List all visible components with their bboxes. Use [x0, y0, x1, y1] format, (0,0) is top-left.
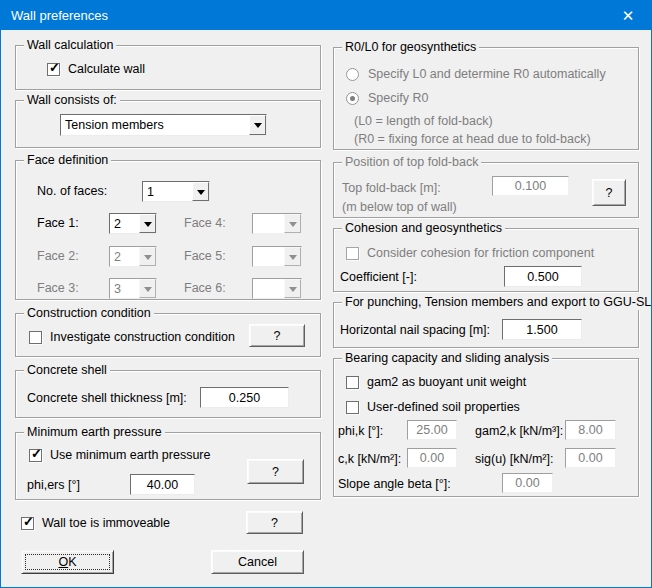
- close-button[interactable]: ✕: [605, 1, 651, 30]
- dropdown-button[interactable]: [192, 182, 209, 201]
- dropdown-button: [139, 279, 156, 298]
- radio-label: Specify L0 and determine R0 automaticall…: [368, 67, 606, 81]
- face-1-label: Face 1:: [37, 216, 79, 230]
- nail-spacing-input[interactable]: 1.500: [502, 319, 582, 340]
- face-3-select: 3: [109, 278, 157, 299]
- face-6-label: Face 6:: [184, 281, 226, 295]
- group-title: Construction condition: [24, 306, 154, 321]
- dropdown-button[interactable]: [249, 115, 266, 135]
- calculate-wall-checkbox[interactable]: ✓ Calculate wall: [47, 62, 145, 76]
- checkbox-box: ✓: [47, 63, 60, 76]
- fold-back-note: (m below top of wall): [342, 200, 457, 214]
- chevron-down-icon: [144, 255, 152, 264]
- dropdown-button[interactable]: [139, 214, 156, 233]
- wall-toe-checkbox[interactable]: ✓ Wall toe is immoveable: [21, 516, 170, 530]
- chevron-down-icon: [289, 222, 297, 231]
- chevron-down-icon: [289, 255, 297, 264]
- c-k-input: 0.00: [407, 448, 457, 468]
- help-label: ?: [274, 329, 281, 343]
- radio-dot: [350, 96, 355, 101]
- sig-u-input: 0.00: [565, 448, 616, 468]
- wall-preferences-dialog: Wall preferences ✕ Wall calculation ✓ Ca…: [0, 0, 652, 588]
- coefficient-label: Coefficient [-]:: [340, 270, 417, 284]
- checkbox-label: Calculate wall: [68, 62, 145, 76]
- group-minimum-earth-pressure: Minimum earth pressure ✓ Use minimum ear…: [15, 432, 321, 500]
- checkmark-icon: ✓: [23, 514, 34, 530]
- slope-angle-label: Slope angle beta [°]:: [338, 477, 451, 491]
- phi-ers-input[interactable]: 40.00: [130, 474, 195, 495]
- checkbox-box: [346, 247, 359, 260]
- face-4-select: [252, 213, 302, 234]
- checkbox-box: [29, 331, 42, 344]
- top-fold-back-label: Top fold-back [m]:: [342, 181, 441, 195]
- group-title: Wall calculation: [24, 38, 116, 53]
- fold-back-help-button[interactable]: ?: [592, 179, 626, 206]
- nail-spacing-label: Horizontal nail spacing [m]:: [340, 323, 490, 337]
- group-wall-calculation: Wall calculation ✓ Calculate wall: [15, 45, 321, 90]
- checkbox-label: Investigate construction condition: [50, 330, 235, 344]
- concrete-thickness-label: Concrete shell thickness [m]:: [27, 391, 187, 405]
- wall-toe-help-button[interactable]: ?: [246, 511, 303, 534]
- sig-u-label: sig(u) [kN/m²]:: [475, 452, 553, 466]
- help-label: ?: [272, 465, 279, 479]
- group-bearing-capacity: Bearing capacity and sliding analysis ga…: [333, 358, 639, 497]
- ok-button[interactable]: OK: [21, 550, 114, 574]
- focus-rectangle: [25, 554, 110, 570]
- top-fold-back-input: 0.100: [492, 176, 569, 196]
- face-1-select[interactable]: 2: [109, 213, 157, 234]
- gam2-k-input: 8.00: [565, 420, 616, 440]
- selected-value: [253, 214, 284, 233]
- investigate-construction-checkbox[interactable]: Investigate construction condition: [29, 330, 235, 344]
- face-5-select: [252, 246, 302, 267]
- group-title: Face definition: [24, 153, 111, 168]
- help-label: ?: [271, 516, 278, 530]
- group-title: Minimum earth pressure: [24, 425, 165, 440]
- face-2-select: 2: [109, 246, 157, 267]
- group-title: Wall consists of:: [24, 93, 120, 108]
- selected-value: 2: [110, 214, 139, 233]
- minimum-earth-help-button[interactable]: ?: [247, 459, 304, 484]
- slope-angle-input: 0.00: [502, 473, 553, 493]
- group-concrete-shell: Concrete shell Concrete shell thickness …: [15, 370, 321, 418]
- face-2-label: Face 2:: [37, 249, 79, 263]
- group-wall-consists: Wall consists of: Tension members: [15, 100, 321, 148]
- title-bar: Wall preferences ✕: [1, 1, 651, 30]
- checkbox-box: [346, 376, 359, 389]
- use-minimum-earth-pressure-checkbox[interactable]: ✓ Use minimum earth pressure: [29, 448, 210, 462]
- selected-value: 1: [143, 182, 192, 201]
- group-punching-export: For punching, Tension members and export…: [333, 302, 639, 348]
- phi-k-input: 25.00: [407, 420, 457, 440]
- wall-consists-select[interactable]: Tension members: [60, 114, 267, 136]
- group-title: For punching, Tension members and export…: [342, 295, 652, 310]
- concrete-thickness-input[interactable]: 0.250: [200, 387, 289, 408]
- selected-value: [253, 247, 284, 266]
- checkbox-box: ✓: [29, 449, 42, 462]
- checkbox-box: ✓: [21, 517, 34, 530]
- coefficient-input[interactable]: 0.500: [504, 266, 582, 287]
- phi-k-label: phi,k [°]:: [338, 424, 383, 438]
- checkbox-label: Wall toe is immoveable: [42, 516, 170, 530]
- chevron-down-icon: [289, 287, 297, 296]
- face-5-label: Face 5:: [184, 249, 226, 263]
- selected-value: 3: [110, 279, 139, 298]
- face-4-label: Face 4:: [184, 216, 226, 230]
- radio-label: Specify R0: [368, 91, 428, 105]
- group-r0l0-geosynthetics: R0/L0 for geosynthetics Specify L0 and d…: [333, 47, 639, 150]
- checkbox-label: gam2 as buoyant unit weight: [367, 375, 526, 389]
- cancel-button[interactable]: Cancel: [211, 550, 304, 574]
- checkbox-label: Use minimum earth pressure: [50, 448, 210, 462]
- l0-note: (L0 = length of fold-back): [354, 114, 493, 128]
- gam2-k-label: gam2,k [kN/m³]:: [475, 424, 563, 438]
- user-defined-soil-checkbox[interactable]: User-defined soil properties: [346, 400, 520, 414]
- no-of-faces-label: No. of faces:: [37, 184, 107, 198]
- selected-value: 2: [110, 247, 139, 266]
- construction-help-button[interactable]: ?: [249, 324, 305, 347]
- chevron-down-icon: [197, 190, 205, 199]
- close-icon: ✕: [622, 7, 635, 25]
- dropdown-button: [284, 247, 301, 266]
- no-of-faces-select[interactable]: 1: [142, 181, 210, 202]
- specify-l0-radio: Specify L0 and determine R0 automaticall…: [346, 67, 606, 81]
- selected-value: [253, 279, 284, 298]
- gam2-buoyant-checkbox[interactable]: gam2 as buoyant unit weight: [346, 375, 526, 389]
- chevron-down-icon: [254, 123, 262, 132]
